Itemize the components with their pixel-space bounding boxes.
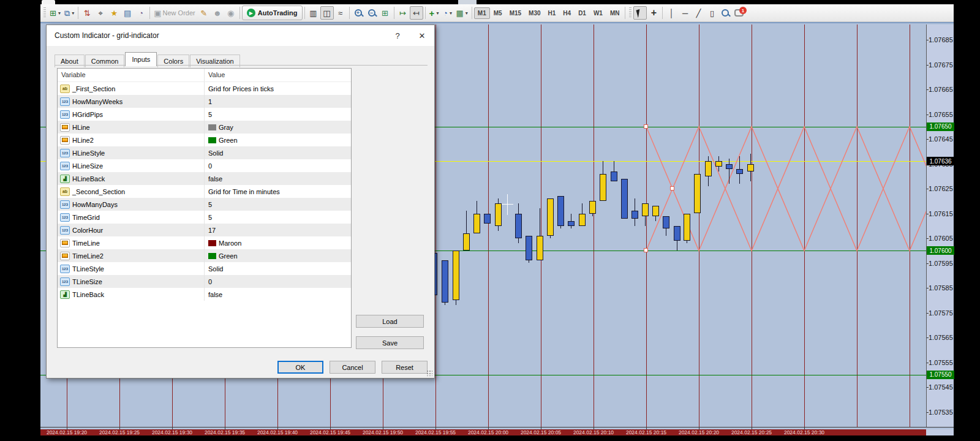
tf-w1-button[interactable]: W1 [590,7,606,19]
cursor-button[interactable] [633,6,647,20]
param-row[interactable]: 123HLineSize0 [58,159,351,172]
param-value: false [208,291,222,298]
toolbar-separator [394,7,394,19]
save-button[interactable]: Save [356,336,424,349]
param-row[interactable]: HLine2Green [58,134,351,146]
crosshair-button[interactable]: + [647,6,660,20]
load-button[interactable]: Load [356,315,424,328]
auto-scroll-button[interactable]: ↦ [396,6,410,20]
param-row[interactable]: ab_First_SectionGrid for Prices in ticks [58,82,351,95]
close-icon[interactable]: ✕ [410,25,434,46]
experts-button[interactable]: ☻ [211,6,224,20]
param-row[interactable]: 123TimeGrid5 [58,211,351,224]
param-row[interactable]: 123HowManyWeeks1 [58,95,351,108]
candle-body [515,214,522,239]
tf-h1-button[interactable]: H1 [545,7,560,19]
price-tick-label: 1.07555 [929,359,953,366]
zoom-in-icon: + [355,9,362,17]
param-value: 1 [208,98,212,105]
param-row[interactable]: HLineGray [58,121,351,134]
indicators-button[interactable]: +▾ [428,6,441,20]
param-row[interactable]: TimeLine2Green [58,249,351,262]
tf-mn-button[interactable]: MN [606,7,624,19]
tf-h4-button[interactable]: H4 [559,7,575,19]
time-tick [646,428,647,429]
time-tick [330,428,331,429]
navigator-button[interactable]: ★ [107,6,121,20]
chart-shift-button[interactable]: ↤ [410,6,423,20]
grid-vline [752,24,752,427]
param-value: Grid for Prices in ticks [208,85,274,92]
autotrading-button[interactable]: ▶AutoTrading [242,6,303,20]
toolbar-separator [625,7,625,19]
param-row[interactable]: 123HowManyDays5 [58,198,351,211]
candlestick-chart-button[interactable]: ◫ [320,6,334,20]
reset-button[interactable]: Reset [382,361,428,374]
selection-handle[interactable] [670,186,674,190]
data-window-button[interactable]: ⌖ [94,6,107,20]
param-row[interactable]: 123HGridPips5 [58,108,351,121]
tab-inputs[interactable]: Inputs [125,52,157,66]
param-row[interactable]: ab_Second_SectionGrid for Time in minute… [58,185,351,198]
dialog-title-bar[interactable]: Custom Indicator - grid-indicator ? ✕ [47,25,434,46]
tf-m5-button[interactable]: M5 [490,7,506,19]
text-param-icon: ab [60,187,70,196]
strategy-tester-button[interactable]: ◔ [134,6,148,20]
tile-windows-button[interactable]: ⊞ [379,6,392,20]
tf-m1-button[interactable]: M1 [474,7,490,19]
param-row[interactable]: 123TLineSize0 [58,275,351,288]
toolbar-separator [425,7,426,19]
profiles-button[interactable]: ⧉▾ [62,6,76,20]
new-order-button[interactable]: ▣New Order [152,6,197,20]
resize-grip[interactable] [426,370,432,376]
profiles-icon: ⧉ [64,9,70,17]
new-chart-button[interactable]: ⊞▾ [48,6,62,20]
templates-button[interactable]: ▦▾ [454,6,470,20]
param-row[interactable]: 123ColorHour17 [58,224,351,236]
market-watch-button[interactable]: ⇅ [80,6,94,20]
color-param-icon [60,239,70,247]
param-row[interactable]: ▟TLineBackfalse [58,288,351,301]
selection-handle[interactable] [644,248,648,252]
line-chart-icon: ≈ [338,9,342,17]
column-header-value: Value [205,69,351,81]
notifications-button[interactable]: ◉ [224,6,238,20]
help-button[interactable]: ? [385,25,410,46]
selection-handle[interactable] [644,124,648,129]
param-name: TLineStyle [72,265,104,273]
tf-m30-button[interactable]: M30 [525,7,544,19]
ok-button[interactable]: OK [277,361,323,374]
param-value: Solid [208,265,223,273]
candle-body [611,172,617,181]
zoom-out-button[interactable]: − [365,6,379,20]
zoom-in-button[interactable]: + [352,6,365,20]
candle-body [495,203,502,225]
trendline-button[interactable]: ╱ [692,6,705,20]
param-row[interactable]: 123HLineStyleSolid [58,146,351,159]
time-tick [541,428,541,429]
vertical-line-button[interactable]: │ [665,6,678,20]
param-row[interactable]: TimeLineMaroon [58,236,351,249]
grid-vline [594,24,594,427]
bar-chart-button[interactable]: ▥ [307,6,320,20]
price-axis[interactable]: 1.076851.076751.076651.076551.076451.076… [926,24,954,427]
window-tab-fragment [42,0,55,4]
tf-d1-button[interactable]: D1 [575,7,590,19]
candlestick-chart-icon: ◫ [323,9,330,17]
param-row[interactable]: ▟HLineBackfalse [58,172,351,185]
horizontal-line-button[interactable]: ─ [678,6,692,20]
time-axis-label: 2024.02.15 20:15 [620,429,673,435]
tf-m15-button[interactable]: M15 [506,7,525,19]
terminal-button[interactable]: ▤ [121,6,134,20]
line-chart-button[interactable]: ≈ [334,6,347,20]
periods-button[interactable]: ◔▾ [441,6,454,20]
channel-button[interactable]: ▯ [705,6,718,20]
magnifier-button[interactable] [718,6,732,20]
cancel-button[interactable]: Cancel [330,361,375,374]
color-swatch [208,240,216,246]
time-axis[interactable]: 2024.02.15 19:202024.02.15 19:252024.02.… [40,429,926,435]
metaeditor-button[interactable]: ✎ [197,6,211,20]
time-axis-label: 2024.02.15 19:20 [40,429,93,435]
chat-button[interactable]: 1 [732,6,745,20]
param-row[interactable]: 123TLineStyleSolid [58,262,351,275]
